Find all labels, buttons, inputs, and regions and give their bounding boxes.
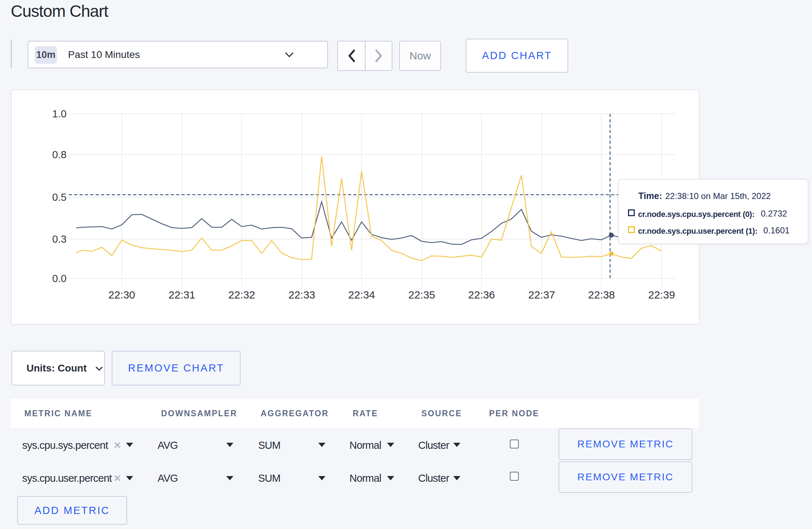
svg-text:22:31: 22:31 [168,289,195,301]
svg-text:22:33: 22:33 [288,289,315,301]
svg-text:22:37: 22:37 [528,289,555,301]
svg-text:22:32: 22:32 [228,289,255,301]
svg-text:22:38: 22:38 [588,289,615,301]
svg-text:22:36: 22:36 [468,289,495,301]
svg-text:0.8: 0.8 [52,149,67,160]
svg-text:1.0: 1.0 [52,108,67,120]
svg-text:22:39: 22:39 [648,289,675,301]
svg-text:0.3: 0.3 [52,233,67,245]
svg-text:22:34: 22:34 [348,289,375,301]
svg-text:22:30: 22:30 [108,289,135,301]
svg-text:22:35: 22:35 [408,289,435,301]
svg-text:0.0: 0.0 [52,273,67,284]
svg-text:0.5: 0.5 [52,191,67,203]
